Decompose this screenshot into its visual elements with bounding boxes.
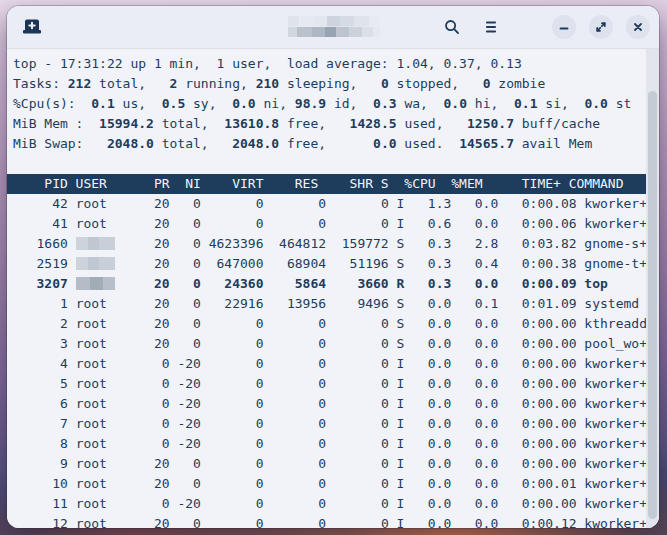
menu-icon <box>483 19 499 35</box>
summary-text: free, <box>279 116 349 131</box>
summary-value: 13610.8 <box>224 116 279 131</box>
process-row: 8 root 0 -20 0 0 0 I 0.0 0.0 0:00.00 kwo… <box>13 434 645 454</box>
summary-value: 0.3 <box>373 96 396 111</box>
process-row: 3207 20 0 24360 5864 3660 R 0.3 0.0 0:00… <box>13 274 645 294</box>
new-tab-icon <box>22 18 42 36</box>
process-table-header: PID USER PR NI VIRT RES SHR S %CPU %MEM … <box>7 174 647 194</box>
summary-text: free, <box>279 136 373 151</box>
minimize-icon <box>557 20 571 34</box>
process-row: 2 root 20 0 0 0 0 S 0.0 0.0 0:00.00 kthr… <box>13 314 645 334</box>
summary-value: 0.0 <box>232 96 255 111</box>
summary-text: ni, <box>256 96 295 111</box>
menu-button[interactable] <box>478 14 504 40</box>
summary-text: sy, <box>185 96 232 111</box>
summary-text: avail Mem <box>514 136 592 151</box>
process-row: 5 root 0 -20 0 0 0 I 0.0 0.0 0:00.00 kwo… <box>13 374 645 394</box>
summary-value: 1250.7 <box>467 116 514 131</box>
new-tab-button[interactable] <box>19 14 45 40</box>
summary-text: MiB Swap: <box>13 136 107 151</box>
scrollbar-track[interactable] <box>646 49 659 528</box>
summary-line: MiB Swap: 2048.0 total, 2048.0 free, 0.0… <box>13 134 645 154</box>
process-row: 10 root 20 0 0 0 0 I 0.0 0.0 0:00.01 kwo… <box>13 474 645 494</box>
summary-text: used. <box>397 136 460 151</box>
summary-line: top - 17:31:22 up 1 min, 1 user, load av… <box>13 54 645 74</box>
summary-text: wa, <box>397 96 444 111</box>
restore-button[interactable] <box>589 15 613 39</box>
summary-text: st <box>608 96 631 111</box>
process-row: 42 root 20 0 0 0 0 I 1.3 0.0 0:00.08 kwo… <box>13 194 645 214</box>
summary-value: 14565.7 <box>459 136 514 151</box>
summary-text: us, <box>115 96 162 111</box>
summary-text: total, <box>154 136 232 151</box>
summary-text: si, <box>537 96 584 111</box>
summary-value: 0.0 <box>584 96 607 111</box>
terminal-window: top - 17:31:22 up 1 min, 1 user, load av… <box>7 6 659 528</box>
process-row: 9 root 20 0 0 0 0 I 0.0 0.0 0:00.00 kwor… <box>13 454 645 474</box>
summary-value: 212 <box>68 76 91 91</box>
top-summary: top - 17:31:22 up 1 min, 1 user, load av… <box>13 54 645 154</box>
summary-text: Tasks: <box>13 76 68 91</box>
summary-text: total, <box>91 76 169 91</box>
process-row: 1 root 20 0 22916 13956 9496 S 0.0 0.1 0… <box>13 294 645 314</box>
summary-text: %Cpu(s): <box>13 96 91 111</box>
summary-text: top - 17:31:22 up 1 min, 1 user, load av… <box>13 56 522 71</box>
redacted-username <box>76 237 115 250</box>
summary-value: 2048.0 <box>232 136 279 151</box>
summary-value: 98.9 <box>295 96 326 111</box>
summary-text: total, <box>154 116 224 131</box>
summary-line: Tasks: 212 total, 2 running, 210 sleepin… <box>13 74 645 94</box>
search-icon <box>443 18 461 36</box>
redacted-username <box>76 257 115 270</box>
summary-line: %Cpu(s): 0.1 us, 0.5 sy, 0.0 ni, 98.9 id… <box>13 94 645 114</box>
summary-value: 0.5 <box>162 96 185 111</box>
process-row: 1660 20 0 4623396 464812 159772 S 0.3 2.… <box>13 234 645 254</box>
summary-text: hi, <box>467 96 514 111</box>
process-row: 2519 20 0 647000 68904 51196 S 0.3 0.4 0… <box>13 254 645 274</box>
summary-value: 15994.2 <box>99 116 154 131</box>
process-row: 6 root 0 -20 0 0 0 I 0.0 0.0 0:00.00 kwo… <box>13 394 645 414</box>
summary-text: running, <box>177 76 255 91</box>
process-row: 12 root 20 0 0 0 0 I 0.0 0.0 0:00.12 kwo… <box>13 514 645 528</box>
summary-text: MiB Mem : <box>13 116 99 131</box>
titlebar[interactable] <box>7 6 659 49</box>
summary-line: MiB Mem : 15994.2 total, 13610.8 free, 1… <box>13 114 645 134</box>
close-button[interactable] <box>626 15 650 39</box>
process-row: 41 root 20 0 0 0 0 I 0.6 0.0 0:00.06 kwo… <box>13 214 645 234</box>
close-icon <box>631 20 645 34</box>
summary-text: sleeping, <box>279 76 381 91</box>
summary-text: zombie <box>490 76 545 91</box>
summary-value: 0.0 <box>373 136 396 151</box>
process-list: 42 root 20 0 0 0 0 I 1.3 0.0 0:00.08 kwo… <box>13 194 645 528</box>
redacted-username <box>76 277 115 290</box>
window-title-redacted <box>288 16 380 37</box>
summary-value: 2048.0 <box>107 136 154 151</box>
summary-value: 1428.5 <box>350 116 397 131</box>
minimize-button[interactable] <box>552 15 576 39</box>
summary-value: 210 <box>256 76 279 91</box>
process-row: 7 root 0 -20 0 0 0 I 0.0 0.0 0:00.00 kwo… <box>13 414 645 434</box>
restore-icon <box>594 20 608 34</box>
summary-text: used, <box>397 116 467 131</box>
terminal-output[interactable]: top - 17:31:22 up 1 min, 1 user, load av… <box>7 49 659 528</box>
summary-value: 0 <box>381 76 389 91</box>
scrollbar-thumb[interactable] <box>648 91 657 519</box>
process-row: 11 root 0 -20 0 0 0 I 0.0 0.0 0:00.00 kw… <box>13 494 645 514</box>
search-button[interactable] <box>439 14 465 40</box>
summary-text: buff/cache <box>514 116 600 131</box>
process-row: 4 root 0 -20 0 0 0 I 0.0 0.0 0:00.00 kwo… <box>13 354 645 374</box>
summary-value: 0.0 <box>444 96 467 111</box>
summary-text: id, <box>326 96 373 111</box>
summary-value: 0.1 <box>91 96 114 111</box>
blank-line <box>13 154 645 174</box>
process-row: 3 root 20 0 0 0 0 S 0.0 0.0 0:00.00 pool… <box>13 334 645 354</box>
summary-value: 0.1 <box>514 96 537 111</box>
summary-text: stopped, <box>389 76 483 91</box>
